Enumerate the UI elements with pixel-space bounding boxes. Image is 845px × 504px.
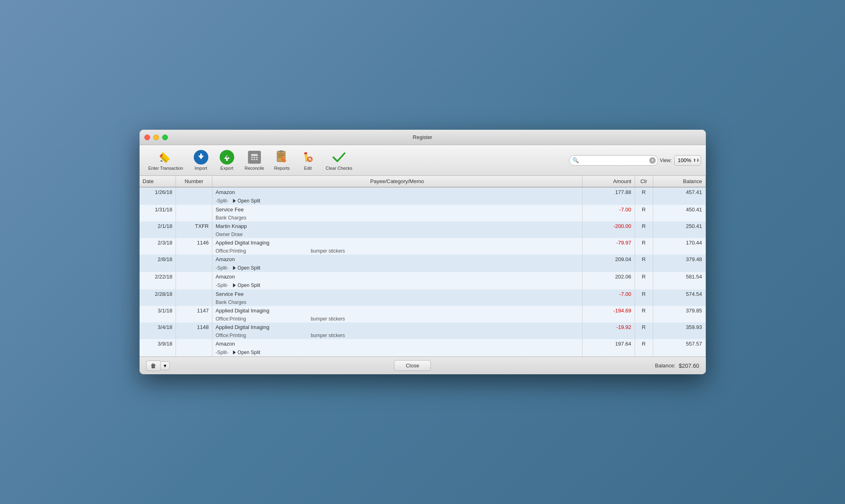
enter-transaction-button[interactable]: Enter Transaction	[144, 148, 187, 172]
sub-payee-label: Office:Printing	[216, 333, 246, 338]
cell-sub-number	[176, 299, 212, 306]
col-header-payee: Payee/Category/Memo	[212, 176, 582, 187]
search-box: 🔍 ✕	[569, 155, 658, 166]
clear-checks-icon	[332, 150, 346, 164]
search-input[interactable]	[569, 155, 658, 166]
close-button[interactable]: Close	[394, 360, 431, 371]
window-title: Register	[413, 134, 432, 140]
cell-sub-payee: Bank Charges	[212, 299, 582, 306]
cell-number	[176, 255, 212, 264]
cell-sub-date	[140, 214, 176, 221]
open-split-label: Open Split	[237, 350, 260, 355]
toolbar: Enter Transaction Import	[140, 145, 706, 176]
balance-value: $207.60	[679, 363, 699, 369]
cell-amount: -194.69	[582, 306, 635, 315]
cell-sub-number	[176, 332, 212, 339]
traffic-lights	[144, 135, 168, 140]
cell-balance: 581.54	[653, 272, 705, 281]
cell-clr: R	[635, 306, 653, 315]
table-row[interactable]: 2/28/18 Service Fee -7.00 R 574.54	[140, 289, 706, 299]
cell-amount: -7.00	[582, 205, 635, 214]
open-split-button[interactable]: Open Split	[231, 265, 263, 271]
cell-sub-clr	[635, 231, 653, 238]
cell-payee: Service Fee	[212, 205, 582, 214]
minimize-traffic-light[interactable]	[153, 135, 159, 140]
cell-sub-date	[140, 348, 176, 356]
svg-text:✎: ✎	[308, 157, 311, 162]
footer-bar: 🗑 ▼ Close Balance: $207.60	[140, 356, 706, 374]
reconcile-label: Reconcile	[245, 166, 264, 171]
cell-amount: -79.97	[582, 238, 635, 247]
cell-balance: 359.93	[653, 323, 705, 332]
cell-sub-clr	[635, 247, 653, 255]
table-wrapper: Date Number Payee/Category/Memo Amount C…	[140, 176, 706, 356]
cell-sub-date	[140, 264, 176, 272]
cell-number	[176, 187, 212, 197]
search-clear-button[interactable]: ✕	[649, 157, 656, 164]
cell-date: 3/9/18	[140, 339, 176, 348]
table-row[interactable]: 2/3/18 1146 Applied Digital Imaging -79.…	[140, 238, 706, 247]
edit-button[interactable]: ✎ Edit	[296, 148, 320, 172]
open-split-button[interactable]: Open Split	[231, 349, 263, 356]
clear-checks-label: Clear Checks	[326, 166, 352, 171]
table-row-sub: -Split- Open Split	[140, 281, 706, 289]
cell-balance: 379.85	[653, 306, 705, 315]
cell-balance: 457.41	[653, 187, 705, 197]
table-row[interactable]: 3/1/18 1147 Applied Digital Imaging -194…	[140, 306, 706, 315]
maximize-traffic-light[interactable]	[162, 135, 168, 140]
view-select-wrap: 100% 75% 125% ⬆⬇	[674, 155, 701, 166]
balance-area: Balance: $207.60	[655, 363, 699, 369]
delete-button[interactable]: 🗑 ▼	[146, 361, 170, 371]
sub-payee-label: -Split-	[216, 265, 228, 271]
edit-label: Edit	[304, 166, 312, 171]
cell-clr: R	[635, 255, 653, 264]
open-split-button[interactable]: Open Split	[231, 198, 263, 204]
cell-clr: R	[635, 238, 653, 247]
col-header-number: Number	[176, 176, 212, 187]
cell-sub-balance	[653, 281, 705, 289]
cell-payee: Applied Digital Imaging	[212, 238, 582, 247]
table-row[interactable]: 2/1/18 TXFR Martin Knapp -200.00 R 250.4…	[140, 221, 706, 231]
enter-transaction-label: Enter Transaction	[148, 166, 183, 171]
cell-sub-number	[176, 281, 212, 289]
svg-rect-11	[254, 157, 255, 158]
cell-payee: Service Fee	[212, 289, 582, 299]
cell-date: 1/31/18	[140, 205, 176, 214]
cell-sub-number	[176, 231, 212, 238]
import-button[interactable]: Import	[189, 148, 213, 172]
main-window: Register Enter Transaction	[140, 130, 706, 374]
open-split-button[interactable]: Open Split	[231, 282, 263, 289]
export-button[interactable]: ▼ Export	[215, 148, 239, 172]
reconcile-button[interactable]: Reconcile	[241, 148, 268, 172]
table-row-sub: Bank Charges	[140, 299, 706, 306]
cell-payee: Amazon	[212, 339, 582, 348]
cell-balance: 170.44	[653, 238, 705, 247]
cell-sub-number	[176, 214, 212, 221]
cell-sub-amount	[582, 299, 635, 306]
cell-payee: Amazon	[212, 187, 582, 197]
view-select[interactable]: 100% 75% 125%	[674, 155, 701, 166]
reports-icon	[275, 150, 289, 164]
cell-date: 3/1/18	[140, 306, 176, 315]
close-traffic-light[interactable]	[144, 135, 150, 140]
table-row[interactable]: 3/9/18 Amazon 197.64 R 557.57	[140, 339, 706, 348]
cell-balance: 574.54	[653, 289, 705, 299]
table-row[interactable]: 3/4/18 1148 Applied Digital Imaging -19.…	[140, 323, 706, 332]
reports-button[interactable]: Reports	[270, 148, 294, 172]
table-row[interactable]: 1/26/18 Amazon 177.88 R 457.41	[140, 187, 706, 197]
cell-sub-amount	[582, 247, 635, 255]
clear-checks-button[interactable]: Clear Checks	[322, 148, 356, 172]
cell-clr: R	[635, 323, 653, 332]
cell-clr: R	[635, 272, 653, 281]
col-header-date: Date	[140, 176, 176, 187]
delete-arrow-button[interactable]: ▼	[160, 361, 170, 370]
table-row[interactable]: 2/8/18 Amazon 209.04 R 379.48	[140, 255, 706, 264]
delete-main-button[interactable]: 🗑	[146, 361, 160, 371]
col-header-clr: Clr	[635, 176, 653, 187]
cell-sub-clr	[635, 197, 653, 205]
cell-sub-balance	[653, 264, 705, 272]
cell-sub-payee: -Split- Open Split	[212, 348, 582, 356]
cell-sub-date	[140, 299, 176, 306]
table-row[interactable]: 1/31/18 Service Fee -7.00 R 450.41	[140, 205, 706, 214]
table-row[interactable]: 2/22/18 Amazon 202.06 R 581.54	[140, 272, 706, 281]
